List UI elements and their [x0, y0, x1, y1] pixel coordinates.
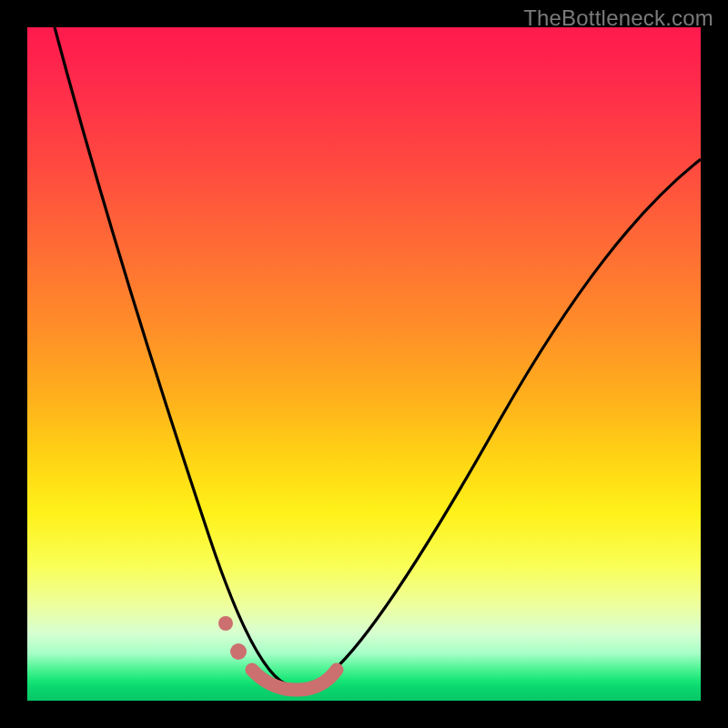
- optimal-zone-marker: [230, 643, 247, 660]
- optimal-zone-stroke: [252, 670, 337, 690]
- bottleneck-curve: [55, 27, 701, 688]
- optimal-zone-marker: [218, 616, 233, 631]
- curve-layer: [27, 27, 701, 701]
- plot-area: [27, 27, 701, 701]
- chart-frame: TheBottleneck.com: [0, 0, 728, 728]
